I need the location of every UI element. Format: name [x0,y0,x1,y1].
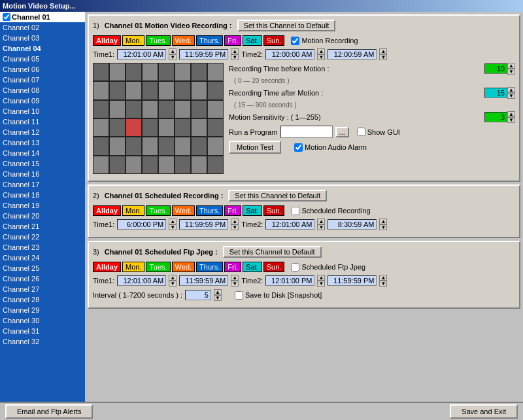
day-btn-thu-3[interactable]: Thurs. [196,262,223,272]
time1-end-3[interactable] [179,275,228,286]
save-to-disk-label[interactable]: Save to Disk [Snapshot] [235,291,322,300]
show-gui-checkbox[interactable] [357,128,365,136]
scheduled-recording-checkbox-label[interactable]: Scheduled Recording [291,207,370,215]
show-gui-label[interactable]: Show GUI [357,128,400,136]
sidebar-item-ch10[interactable]: Channel 10 [0,106,85,116]
day-btn-mon-1[interactable]: Mon. [122,35,144,46]
time2-start-1[interactable] [265,49,314,60]
sidebar-item-ch30[interactable]: Channel 30 [0,315,85,326]
day-btn-wed-3[interactable]: Wed. [172,262,195,272]
day-btn-thu-1[interactable]: Thurs. [196,35,223,46]
sidebar-item-ch29[interactable]: Channel 29 [0,305,85,315]
day-btn-sun-2[interactable]: Sun. [263,205,285,216]
motion-recording-checkbox[interactable] [291,37,299,45]
sidebar-item-ch22[interactable]: Channel 22 [0,232,85,242]
scheduled-recording-checkbox[interactable] [291,207,299,215]
scheduled-ftp-checkbox-label[interactable]: Scheduled Ftp Jpeg [291,263,365,271]
day-btn-thu-2[interactable]: Thurs. [196,205,223,216]
sidebar-item-ch15[interactable]: Channel 15 [0,158,85,169]
section2-default-button[interactable]: Set this Channel to Default [228,190,327,201]
browse-button[interactable]: ... [335,127,349,137]
time1-end-spin-3[interactable]: ▲▼ [231,275,239,287]
time2-end-1[interactable] [328,49,377,60]
time1-end-spin-1[interactable]: ▲▼ [231,48,239,60]
day-btn-wed-2[interactable]: Wed. [172,205,195,216]
save-exit-button[interactable]: Save and Exit [450,404,518,419]
day-btn-fri-3[interactable]: Fri. [224,262,241,272]
day-btn-sun-1[interactable]: Sun. [263,35,285,46]
time2-start-3[interactable] [265,275,314,286]
time1-end-spin-2[interactable]: ▲▼ [231,219,239,230]
time1-start-1[interactable] [117,49,166,60]
sidebar-item-ch21[interactable]: Channel 21 [0,221,85,232]
motion-recording-checkbox-label[interactable]: Motion Recording [291,37,358,45]
sidebar-item-ch27[interactable]: Channel 27 [0,284,85,294]
time1-start-spin-1[interactable]: ▲▼ [169,48,177,60]
after-motion-spin[interactable]: ▲▼ [507,87,515,99]
sidebar-item-ch16[interactable]: Channel 16 [0,169,85,179]
sidebar-item-ch24[interactable]: Channel 24 [0,253,85,263]
time2-start-spin-1[interactable]: ▲▼ [317,48,325,60]
day-btn-fri-1[interactable]: Fri. [224,35,241,46]
section3-default-button[interactable]: Set this Channel to Default [223,246,322,258]
run-program-input[interactable] [280,126,333,138]
email-ftp-button[interactable]: Email and Ftp Alerts [5,404,93,419]
time2-start-2[interactable] [265,219,314,230]
time1-start-3[interactable] [117,275,166,286]
time2-end-2[interactable] [328,219,377,230]
time1-start-spin-3[interactable]: ▲▼ [169,275,177,287]
section1-default-button[interactable]: Set this Channel to Default [237,20,336,31]
sidebar-item-ch12[interactable]: Channel 12 [0,127,85,137]
sidebar-item-ch06[interactable]: Channel 06 [0,64,85,75]
sidebar-item-ch05[interactable]: Channel 05 [0,54,85,64]
day-btn-mon-2[interactable]: Mon. [122,205,144,216]
day-btn-fri-2[interactable]: Fri. [224,205,241,216]
save-to-disk-checkbox[interactable] [235,291,243,300]
interval-spin[interactable]: ▲▼ [214,289,222,301]
sidebar-item-ch20[interactable]: Channel 20 [0,211,85,221]
day-btn-sun-3[interactable]: Sun. [263,262,285,272]
day-btn-sat-2[interactable]: Sat. [243,205,262,216]
sidebar-item-ch26[interactable]: Channel 26 [0,273,85,284]
sidebar-item-ch02[interactable]: Channel 02 [0,22,85,33]
sidebar-item-ch31[interactable]: Channel 31 [0,326,85,336]
before-motion-spin[interactable]: ▲▼ [507,63,515,75]
time1-start-2[interactable] [117,219,166,230]
sidebar-item-ch17[interactable]: Channel 17 [0,179,85,190]
time2-end-3[interactable] [328,275,377,286]
time1-end-1[interactable] [179,49,228,60]
motion-test-button[interactable]: Motion Test [229,141,281,154]
sidebar-item-ch01[interactable]: Channel 01 [0,12,85,22]
sidebar-item-ch23[interactable]: Channel 23 [0,242,85,253]
day-btn-mon-3[interactable]: Mon. [122,262,144,272]
time2-start-spin-2[interactable]: ▲▼ [317,219,325,230]
sidebar-item-ch09[interactable]: Channel 09 [0,96,85,106]
time1-end-2[interactable] [179,219,228,230]
sidebar-item-ch28[interactable]: Channel 28 [0,294,85,305]
scheduled-ftp-checkbox[interactable] [291,263,299,271]
sidebar-item-ch25[interactable]: Channel 25 [0,263,85,273]
sidebar-item-ch18[interactable]: Channel 18 [0,190,85,200]
time2-end-spin-1[interactable]: ▲▼ [379,48,387,60]
day-btn-tue-1[interactable]: Tues. [146,35,170,46]
day-btn-sat-1[interactable]: Sat. [243,35,262,46]
day-btn-sat-3[interactable]: Sat. [243,262,262,272]
sidebar-item-ch32[interactable]: Channel 32 [0,336,85,347]
day-btn-allday-1[interactable]: Allday [93,35,121,46]
time2-end-spin-2[interactable]: ▲▼ [379,219,387,230]
day-btn-allday-3[interactable]: Allday [93,262,121,272]
audio-alarm-label[interactable]: Motion Audio Alarm [294,143,367,152]
time1-start-spin-2[interactable]: ▲▼ [169,219,177,230]
sidebar-item-ch11[interactable]: Channel 11 [0,116,85,127]
day-btn-tue-2[interactable]: Tues. [146,205,170,216]
sidebar-item-ch14[interactable]: Channel 14 [0,148,85,158]
sidebar-item-ch08[interactable]: Channel 08 [0,85,85,96]
audio-alarm-checkbox[interactable] [294,143,303,152]
sidebar-item-ch04[interactable]: Channel 04 [0,43,85,54]
interval-input[interactable] [185,290,211,300]
time2-start-spin-3[interactable]: ▲▼ [317,275,325,287]
sidebar-item-ch03[interactable]: Channel 03 [0,33,85,43]
sensitivity-spin[interactable]: ▲▼ [507,111,515,123]
day-btn-tue-3[interactable]: Tues. [146,262,170,272]
day-btn-allday-2[interactable]: Allday [93,205,121,216]
